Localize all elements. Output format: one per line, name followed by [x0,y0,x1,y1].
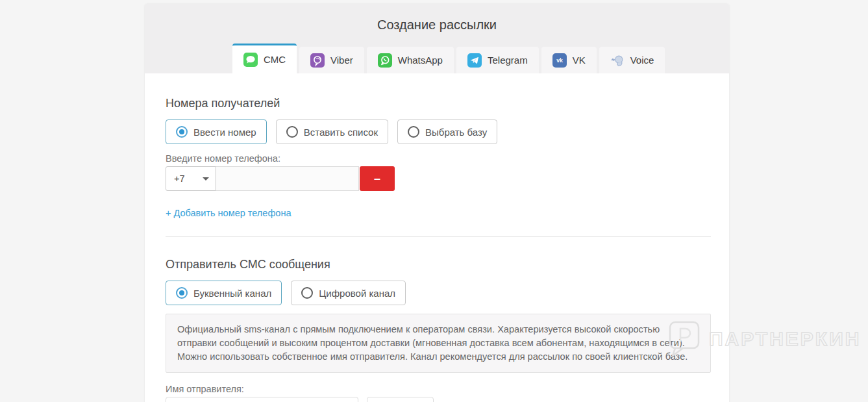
tab-label: WhatsApp [398,55,443,66]
channel-tabs: СМС Viber [232,44,665,73]
sender-name-label: Имя отправителя: [166,384,711,394]
radio-icon [301,287,313,299]
tab-telegram[interactable]: Telegram [456,47,539,73]
add-phone-link[interactable]: + Добавить номер телефона [166,208,291,218]
whatsapp-icon [378,53,392,68]
radio-label: Цифровой канал [319,288,395,299]
tab-label: Telegram [488,55,528,66]
viber-icon [310,53,325,68]
radio-label: Ввести номер [193,127,256,138]
radio-label: Выбрать базу [425,127,487,138]
tab-label: VK [573,55,586,66]
recipients-heading: Номера получателей [166,97,711,110]
radio-icon [176,287,188,299]
section-divider [166,236,711,237]
country-code-select[interactable]: +7 [166,166,216,191]
tab-label: Voice [630,55,654,66]
card-header: Создание рассылки СМС [145,3,729,73]
minus-icon: – [374,172,380,186]
tab-label: Viber [330,55,353,66]
radio-digital-channel[interactable]: Цифровой канал [291,281,406,305]
phone-number-input[interactable] [216,166,359,191]
tab-voice[interactable]: Voice [599,47,665,73]
tab-label: СМС [264,54,286,65]
sender-name-aux-box[interactable] [367,397,434,402]
sender-heading: Отправитель СМС сообщения [166,258,711,271]
phone-number-label: Введите номер телефона: [166,153,711,164]
create-mailing-card: Создание рассылки СМС [145,3,729,402]
sender-name-input[interactable] [166,397,358,402]
country-code-value: +7 [174,173,185,184]
voice-icon [610,53,625,68]
tab-whatsapp[interactable]: WhatsApp [367,47,454,73]
radio-icon [408,126,419,138]
radio-icon [286,126,298,138]
chevron-down-icon [203,177,209,181]
tab-viber[interactable]: Viber [299,47,364,73]
sender-name-row [166,397,711,402]
radio-choose-base[interactable]: Выбрать базу [397,119,497,144]
phone-row: +7 – [166,166,711,191]
svg-text:vk: vk [556,57,563,64]
watermark-text: ПАРТНЕРКИН [709,328,861,350]
radio-label: Вставить список [304,127,378,138]
radio-icon [176,126,188,138]
radio-letter-channel[interactable]: Буквенный канал [166,281,282,305]
channel-info-box: Официальный sms-канал с прямым подключен… [166,314,711,373]
tab-sms[interactable]: СМС [232,44,297,73]
sender-channel-group: Буквенный канал Цифровой канал [166,281,711,305]
remove-phone-button[interactable]: – [360,166,395,191]
recipients-mode-group: Ввести номер Вставить список Выбрать баз… [166,119,711,144]
radio-label: Буквенный канал [193,288,271,299]
radio-enter-number[interactable]: Ввести номер [166,119,267,144]
sms-icon [243,53,258,67]
radio-paste-list[interactable]: Вставить список [276,119,388,144]
page-title: Создание рассылки [145,3,729,32]
card-body: Номера получателей Ввести номер Вставить… [145,97,729,402]
vk-icon: vk [552,53,567,68]
telegram-icon [467,53,482,68]
tab-vk[interactable]: vk VK [541,47,597,73]
